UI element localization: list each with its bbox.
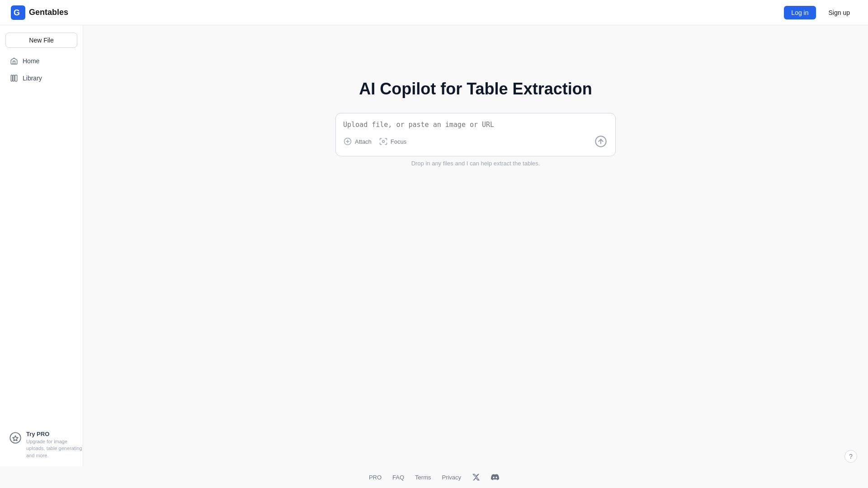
focus-label: Focus xyxy=(391,138,406,145)
page-title: AI Copilot for Table Extraction xyxy=(359,80,592,99)
sidebar-item-home[interactable]: Home xyxy=(5,53,77,69)
pro-description: Upgrade for image uploads, table generat… xyxy=(26,438,85,459)
pro-icon xyxy=(9,432,22,444)
pro-text-area: Try PRO Upgrade for image uploads, table… xyxy=(26,431,85,459)
footer: PRO FAQ Terms Privacy xyxy=(0,466,868,488)
help-button[interactable]: ? xyxy=(844,450,857,463)
login-button[interactable]: Log in xyxy=(784,6,816,19)
home-icon xyxy=(10,57,18,65)
attach-button[interactable]: Attach xyxy=(343,137,372,146)
drop-hint: Drop in any files and I can help extract… xyxy=(411,160,540,167)
submit-icon xyxy=(594,135,607,148)
sidebar-item-home-label: Home xyxy=(23,57,39,65)
input-left-actions: Attach Focus xyxy=(343,137,406,146)
main-content: AI Copilot for Table Extraction Attach xyxy=(83,25,868,488)
footer-terms-link[interactable]: Terms xyxy=(415,474,431,481)
focus-button[interactable]: Focus xyxy=(379,137,406,146)
svg-point-10 xyxy=(10,432,20,443)
pro-title: Try PRO xyxy=(26,431,85,437)
library-icon xyxy=(10,74,18,82)
svg-text:G: G xyxy=(14,8,20,17)
input-actions: Attach Focus xyxy=(343,134,608,149)
svg-point-8 xyxy=(382,141,384,143)
logo-area: G Gentables xyxy=(11,5,68,20)
header: G Gentables Log in Sign up xyxy=(0,0,868,25)
sidebar: New File Home Library xyxy=(0,25,83,488)
focus-icon xyxy=(379,137,388,146)
attach-icon xyxy=(343,137,352,146)
sidebar-item-library-label: Library xyxy=(23,75,42,82)
signup-button[interactable]: Sign up xyxy=(821,6,857,19)
discord-icon[interactable] xyxy=(491,473,499,481)
svg-rect-4 xyxy=(15,75,17,81)
logo-text: Gentables xyxy=(29,8,68,17)
svg-rect-2 xyxy=(11,75,12,81)
footer-pro-link[interactable]: PRO xyxy=(369,474,382,481)
twitter-x-icon[interactable] xyxy=(472,473,480,481)
new-file-button[interactable]: New File xyxy=(5,33,77,48)
submit-button[interactable] xyxy=(594,134,608,149)
try-pro-section[interactable]: Try PRO Upgrade for image uploads, table… xyxy=(5,427,89,463)
footer-privacy-link[interactable]: Privacy xyxy=(442,474,461,481)
upload-input[interactable] xyxy=(343,121,608,129)
footer-faq-link[interactable]: FAQ xyxy=(392,474,404,481)
input-container: Attach Focus xyxy=(335,113,616,156)
svg-rect-3 xyxy=(13,75,14,81)
gentables-logo-icon: G xyxy=(11,5,25,20)
app-body: New File Home Library AI Copilot for Tab… xyxy=(0,25,868,488)
header-actions: Log in Sign up xyxy=(784,6,857,19)
sidebar-item-library[interactable]: Library xyxy=(5,70,77,86)
attach-label: Attach xyxy=(355,138,372,145)
